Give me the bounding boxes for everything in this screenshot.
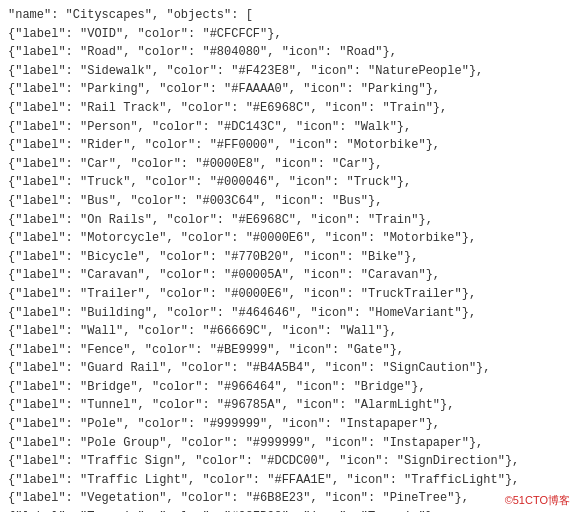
code-line: {"label": "Traffic Sign", "color": "#DCD… — [8, 452, 568, 471]
code-line: {"label": "Bridge", "color": "#966464", … — [8, 378, 568, 397]
code-line: {"label": "Terrain", "color": "#98FB98",… — [8, 508, 568, 512]
code-line: {"label": "Car", "color": "#0000E8", "ic… — [8, 155, 568, 174]
code-line: {"label": "Bus", "color": "#003C64", "ic… — [8, 192, 568, 211]
code-line: {"label": "On Rails", "color": "#E6968C"… — [8, 211, 568, 230]
code-line: {"label": "Pole", "color": "#999999", "i… — [8, 415, 568, 434]
code-line: {"label": "Parking", "color": "#FAAAA0",… — [8, 80, 568, 99]
code-line: "name": "Cityscapes", "objects": [ — [8, 6, 568, 25]
code-content: "name": "Cityscapes", "objects": [{"labe… — [0, 0, 576, 512]
code-line: {"label": "Vegetation", "color": "#6B8E2… — [8, 489, 568, 508]
code-line: {"label": "Fence", "color": "#BE9999", "… — [8, 341, 568, 360]
code-line: {"label": "Wall", "color": "#66669C", "i… — [8, 322, 568, 341]
code-line: {"label": "Road", "color": "#804080", "i… — [8, 43, 568, 62]
code-line: {"label": "Pole Group", "color": "#99999… — [8, 434, 568, 453]
code-line: {"label": "Truck", "color": "#000046", "… — [8, 173, 568, 192]
code-line: {"label": "Caravan", "color": "#00005A",… — [8, 266, 568, 285]
code-line: {"label": "Building", "color": "#464646"… — [8, 304, 568, 323]
code-line: {"label": "Guard Rail", "color": "#B4A5B… — [8, 359, 568, 378]
code-line: {"label": "Sidewalk", "color": "#F423E8"… — [8, 62, 568, 81]
code-line: {"label": "Person", "color": "#DC143C", … — [8, 118, 568, 137]
code-line: {"label": "Rail Track", "color": "#E6968… — [8, 99, 568, 118]
code-line: {"label": "Bicycle", "color": "#770B20",… — [8, 248, 568, 267]
code-line: {"label": "Tunnel", "color": "#96785A", … — [8, 396, 568, 415]
code-line: {"label": "Traffic Light", "color": "#FF… — [8, 471, 568, 490]
code-line: {"label": "VOID", "color": "#CFCFCF"}, — [8, 25, 568, 44]
code-line: {"label": "Trailer", "color": "#0000E6",… — [8, 285, 568, 304]
code-line: {"label": "Motorcycle", "color": "#0000E… — [8, 229, 568, 248]
code-line: {"label": "Rider", "color": "#FF0000", "… — [8, 136, 568, 155]
watermark: ©51CTO博客 — [505, 493, 570, 508]
